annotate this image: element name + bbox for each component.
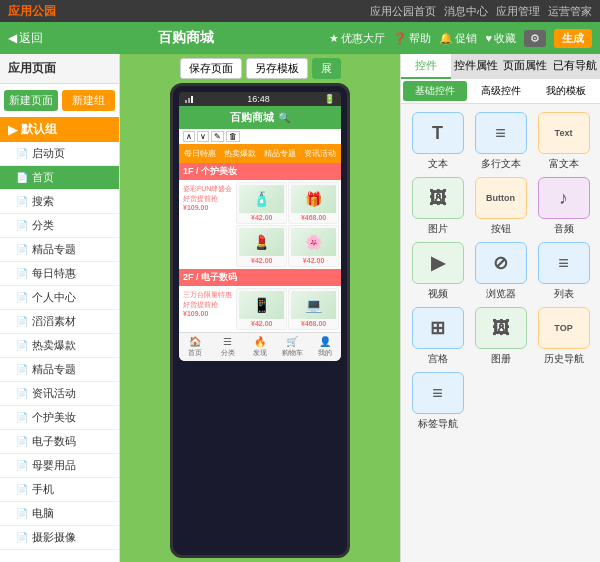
sidebar-page-0[interactable]: 📄启动页 [0,142,119,166]
product-item[interactable]: 💄 ¥42.00 [236,225,287,267]
widget-音频[interactable]: ♪ 音频 [535,177,592,236]
widget-icon-12: ≡ [412,372,464,414]
sidebar-page-10[interactable]: 📄资讯活动 [0,382,119,406]
nav-app-park[interactable]: 应用公园首页 [370,4,436,19]
widget-文本[interactable]: T 文本 [409,112,466,171]
sidebar-page-7[interactable]: 📄滔滔素材 [0,310,119,334]
widget-富文本[interactable]: Text 富文本 [535,112,592,171]
down-arrow-icon[interactable]: ∨ [197,131,209,142]
sidebar-page-3[interactable]: 📄分类 [0,214,119,238]
battery-icon: 🔋 [324,94,335,104]
mode-toggle[interactable]: 展 [312,58,341,79]
favorite-link[interactable]: ♥ 收藏 [485,31,516,46]
product-price: ¥468.00 [291,214,336,221]
sidebar-page-11[interactable]: 📄个护美妆 [0,406,119,430]
nav-message[interactable]: 消息中心 [444,4,488,19]
settings-button[interactable]: ⚙ [524,30,546,47]
banner-hot[interactable]: 热卖爆款 [221,146,260,161]
up-arrow-icon[interactable]: ∧ [183,131,195,142]
generate-button[interactable]: 生成 [554,29,592,48]
promo2-name: 三万台限量特惠 [183,290,234,300]
tab-page-props[interactable]: 页面属性 [501,54,551,79]
sidebar-page-14[interactable]: 📄手机 [0,478,119,502]
edit-icon[interactable]: ✎ [211,131,224,142]
tab-widgets[interactable]: 控件 [401,54,451,79]
sidebar-page-1[interactable]: 📄首页 [0,166,119,190]
promo-icon: 🔔 [439,32,453,45]
home-label: 首页 [188,348,202,358]
promo-sub: 好货提前抢 [183,194,234,204]
phone-nav-category[interactable]: ☰ 分类 [211,333,243,361]
top-nav-right[interactable]: 应用公园首页 消息中心 应用管理 运营管家 [370,4,592,19]
phone-nav-discover[interactable]: 🔥 发现 [244,333,276,361]
phone-preview: 16:48 🔋 百购商城 🔍 ∧ ∨ ✎ 🗑 [170,83,350,558]
logo: 应用公园 [8,3,56,20]
banner-daily[interactable]: 每日特惠 [181,146,220,161]
page-label: 分类 [32,218,54,233]
new-group-button[interactable]: 新建组 [62,90,116,111]
category-label: 分类 [221,348,235,358]
tab-widget-props[interactable]: 控件属性 [451,54,501,79]
section2-title: 2F / 电子数码 [179,269,341,286]
widget-按钮[interactable]: Button 按钮 [472,177,529,236]
widget-列表[interactable]: ≡ 列表 [535,242,592,301]
nav-operations[interactable]: 运营管家 [548,4,592,19]
discover-label: 发现 [253,348,267,358]
tab-existing-nav[interactable]: 已有导航 [550,54,600,79]
widget-label-12: 标签导航 [418,417,458,431]
save-page-button[interactable]: 保存页面 [180,58,242,79]
phone-nav-profile[interactable]: 👤 我的 [309,333,341,361]
widget-浏览器[interactable]: ⊘ 浏览器 [472,242,529,301]
widget-多行文本[interactable]: ≡ 多行文本 [472,112,529,171]
product-price: ¥42.00 [291,257,336,264]
widget-历史导航[interactable]: TOP 历史导航 [535,307,592,366]
help-link[interactable]: ❓ 帮助 [393,31,431,46]
new-page-button[interactable]: 新建页面 [4,90,58,111]
product-item[interactable]: 📱 ¥42.00 [236,288,287,330]
phone-nav-home[interactable]: 🏠 首页 [179,333,211,361]
product-item[interactable]: 🧴 ¥42.00 [236,182,287,224]
product-image: 💄 [239,228,284,256]
widget-宫格[interactable]: ⊞ 宫格 [409,307,466,366]
sidebar: 应用页面 新建页面 新建组 ▶ 默认组 📄启动页📄首页📄搜索📄分类📄精品专题📄每… [0,54,120,562]
subtab-my-templates[interactable]: 我的模板 [534,81,598,101]
banner-featured[interactable]: 精品专题 [261,146,300,161]
save-template-button[interactable]: 另存模板 [246,58,308,79]
product-price: ¥42.00 [239,320,284,327]
sidebar-page-16[interactable]: 📄摄影摄像 [0,526,119,550]
sidebar-page-15[interactable]: 📄电脑 [0,502,119,526]
phone-nav-cart[interactable]: 🛒 购物车 [276,333,308,361]
widget-图片[interactable]: 🖼 图片 [409,177,466,236]
subtab-basic[interactable]: 基础控件 [403,81,467,101]
product-item[interactable]: 🌸 ¥42.00 [288,225,339,267]
promo-link[interactable]: 🔔 促销 [439,31,477,46]
delete-icon[interactable]: 🗑 [226,131,240,142]
widget-视频[interactable]: ▶ 视频 [409,242,466,301]
page-icon: 📄 [16,460,28,471]
sidebar-group-default[interactable]: ▶ 默认组 [0,117,119,142]
sidebar-page-9[interactable]: 📄精品专题 [0,358,119,382]
subtab-advanced[interactable]: 高级控件 [469,81,533,101]
search-icon[interactable]: 🔍 [278,112,290,123]
promo-hall-link[interactable]: ★ 优惠大厅 [329,31,385,46]
back-button[interactable]: ◀ 返回 [8,30,43,47]
page-icon: 📄 [16,340,28,351]
sidebar-page-2[interactable]: 📄搜索 [0,190,119,214]
sidebar-page-6[interactable]: 📄个人中心 [0,286,119,310]
nav-app-manage[interactable]: 应用管理 [496,4,540,19]
sidebar-pages: 📄启动页📄首页📄搜索📄分类📄精品专题📄每日特惠📄个人中心📄滔滔素材📄热卖爆款📄精… [0,142,119,550]
sidebar-page-12[interactable]: 📄电子数码 [0,430,119,454]
widget-label-4: 按钮 [491,222,511,236]
banner-news[interactable]: 资讯活动 [300,146,339,161]
sidebar-page-8[interactable]: 📄热卖爆款 [0,334,119,358]
sidebar-page-13[interactable]: 📄母婴用品 [0,454,119,478]
page-icon: 📄 [16,292,28,303]
widget-标签导航[interactable]: ≡ 标签导航 [409,372,466,431]
sidebar-page-5[interactable]: 📄每日特惠 [0,262,119,286]
widget-图册[interactable]: 🖼 图册 [472,307,529,366]
product-item[interactable]: 🎁 ¥468.00 [288,182,339,224]
product-item[interactable]: 💻 ¥468.00 [288,288,339,330]
page-icon: 📄 [16,244,28,255]
sidebar-page-4[interactable]: 📄精品专题 [0,238,119,262]
page-icon: 📄 [16,172,28,183]
